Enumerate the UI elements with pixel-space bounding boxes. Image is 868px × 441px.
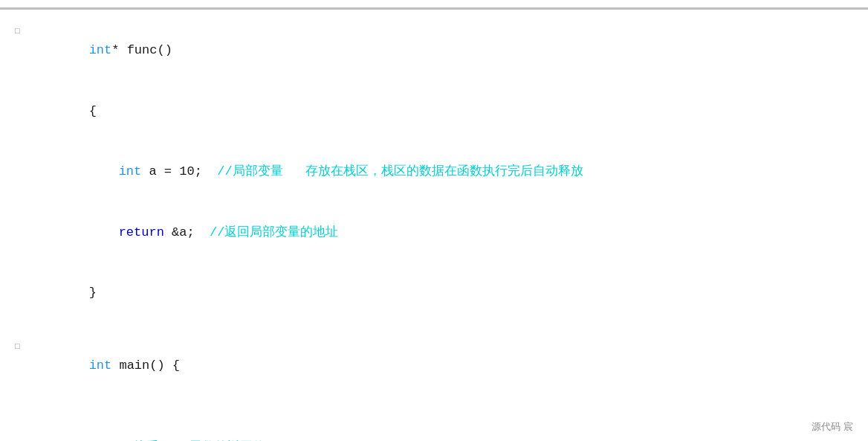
code-line-3: int a = 10; //局部变量 存放在栈区，栈区的数据在函数执行完后自动释… [15, 141, 853, 202]
fold-7[interactable]: □ [15, 341, 25, 354]
top-border [0, 7, 868, 10]
code-line-8 [15, 396, 853, 416]
code-editor: □ int* func() { int a = 10; //局部变量 存放在栈区… [0, 0, 868, 441]
keyword-int-1: int [89, 43, 112, 57]
watermark: 源代码 宸 [812, 420, 853, 434]
code-line-7: □ int main() { [15, 335, 853, 396]
separator-1 [15, 323, 853, 335]
code-line-1: □ int* func() [15, 20, 853, 81]
code-area[interactable]: □ int* func() { int a = 10; //局部变量 存放在栈区… [0, 14, 868, 441]
code-line-4: return &a; //返回局部变量的地址 [15, 202, 853, 263]
code-line-2: { [15, 81, 853, 142]
code-line-9: //接受func函数的返回值 [15, 416, 853, 441]
code-line-5: } [15, 263, 853, 323]
fold-1[interactable]: □ [15, 25, 25, 39]
